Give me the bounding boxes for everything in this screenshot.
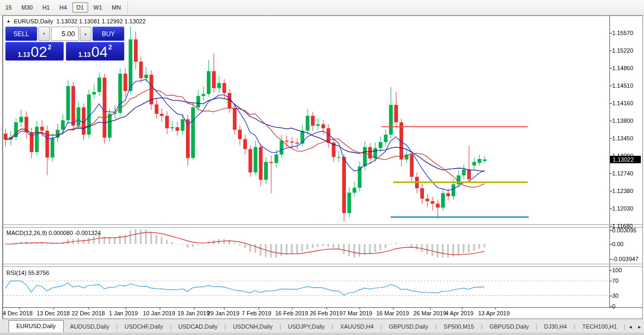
time-axis-label: 26 Mar 2019 <box>413 310 446 316</box>
trade-panel-toggle-icon[interactable]: ▲ <box>6 19 11 24</box>
tab-gbpusd-daily[interactable]: GBPUSD,Daily <box>483 321 535 332</box>
chart-symbol-label: EURUSD,Daily <box>14 18 53 24</box>
chart-ohlc-values: 1.13032 1.13081 1.12992 1.13022 <box>56 18 146 24</box>
price-axis-label: 1.14510 <box>612 82 643 89</box>
rsi-axis-label: 70 <box>612 278 643 284</box>
price-axis-label: 1.14860 <box>612 65 643 71</box>
rsi-indicator-label: RSI(14) 55.8756 <box>6 270 49 276</box>
tab-usdcad-daily[interactable]: USDCAD,Daily <box>172 321 224 332</box>
time-axis-label: 4 Apr 2019 <box>445 310 473 316</box>
sell-price-pip-digit: 2 <box>48 40 52 54</box>
tab-tech100-h1[interactable]: TECH100,H1 <box>576 321 623 332</box>
status-bar-strip <box>0 332 644 335</box>
time-axis-label: 29 Jan 2019 <box>207 310 240 316</box>
rsi-axis-label: 0 <box>612 303 643 309</box>
tab-eurusd-daily[interactable]: EURUSD,Daily <box>9 320 64 332</box>
rsi-axis-label: 30 <box>612 292 643 299</box>
current-price-tag: 1.13022 <box>610 156 641 163</box>
tab-usdchf-daily[interactable]: USDCHF,Daily <box>118 321 170 332</box>
spinner-up-icon: ▴ <box>84 31 87 36</box>
buy-price-pip-digit: 2 <box>108 40 112 54</box>
time-axis-label: 4 Dec 2018 <box>3 310 32 316</box>
time-axis-label: 13 Dec 2018 <box>37 310 70 316</box>
volume-increase-button[interactable]: ▴ <box>80 27 91 41</box>
time-axis-label: 7 Mar 2019 <box>343 310 372 316</box>
macd-axis-label: -0.003947 <box>612 256 643 262</box>
tab-scroll-left-icon[interactable]: ◂ <box>626 324 635 332</box>
tab-gbpusd-daily[interactable]: GBPUSD,Daily <box>383 321 435 332</box>
price-axis-label: 1.15570 <box>612 30 643 36</box>
volume-input[interactable]: 5.00 <box>51 27 79 41</box>
time-axis-label: 19 Jan 2019 <box>177 310 210 316</box>
price-axis-label: 1.13450 <box>612 135 643 141</box>
time-axis-label: 10 Jan 2019 <box>143 310 175 316</box>
tab-usdcnh-daily[interactable]: USDCNH,Daily <box>226 321 279 332</box>
macd-axis-label: 0.00 <box>612 241 643 247</box>
spinner-down-icon: ▾ <box>43 31 45 36</box>
sell-price-big-digits: 02 <box>31 45 47 59</box>
time-axis-label: 22 Dec 2018 <box>72 310 105 316</box>
buy-price-prefix: 1.13 <box>78 51 90 59</box>
symbol-tab-bar: EURUSD,DailyAUDUSD,Daily|USDCHF,Daily|US… <box>0 319 644 332</box>
macd-axis-label: 0.003095 <box>612 227 643 233</box>
price-axis-label: 1.12380 <box>612 188 643 194</box>
macd-indicator-label: MACD(12,26,9) 0.000080 -0.001324 <box>6 230 101 236</box>
buy-price-big-digits: 04 <box>91 45 108 59</box>
price-axis-label: 1.12030 <box>612 205 643 212</box>
tab-scroll-right-icon[interactable]: ▸ <box>635 324 644 332</box>
tab-usdjpy-daily[interactable]: USDJPY,Daily <box>282 321 332 332</box>
price-axis-label: 1.12740 <box>612 170 643 177</box>
chart-title: ▲ EURUSD,Daily 1.13032 1.13081 1.12992 1… <box>6 18 146 24</box>
tab-audusd-daily[interactable]: AUDUSD,Daily <box>64 321 116 332</box>
rsi-axis-label: 100 <box>612 267 643 273</box>
time-axis-label: 7 Feb 2019 <box>242 310 272 316</box>
time-axis-label: 13 Apr 2019 <box>478 310 510 316</box>
buy-button[interactable]: BUY <box>92 27 124 41</box>
price-axis-label: 1.13800 <box>612 118 643 124</box>
sell-price-display[interactable]: 1.13 02 2 <box>5 42 64 61</box>
time-axis-label: 1 Jan 2019 <box>109 310 138 316</box>
price-axis-label: 1.15220 <box>612 47 643 54</box>
tab-sp500-m15[interactable]: SP500,M15 <box>437 321 480 332</box>
tab-xauusd-h4[interactable]: XAUUSD,H4 <box>334 321 380 332</box>
symbol-tabs: EURUSD,DailyAUDUSD,Daily|USDCHF,Daily|US… <box>9 320 623 332</box>
price-axis-label: 1.14160 <box>612 100 643 106</box>
sell-button[interactable]: SELL <box>5 27 37 41</box>
time-axis-label: 26 Feb 2019 <box>310 310 343 316</box>
sell-price-prefix: 1.13 <box>18 51 30 59</box>
tab-dj30-h4[interactable]: DJ30,H4 <box>538 321 573 332</box>
one-click-trading-panel: SELL ▾ 5.00 ▴ BUY 1.13 02 2 1.13 04 2 <box>5 27 124 61</box>
buy-price-display[interactable]: 1.13 04 2 <box>66 42 124 61</box>
trading-terminal: 15M30H1H4D1W1MN ▲ EURUSD,Daily 1.13032 1… <box>0 0 644 335</box>
time-axis-label: 16 Mar 2019 <box>376 310 409 316</box>
volume-decrease-button[interactable]: ▾ <box>38 27 50 41</box>
time-axis-label: 16 Feb 2019 <box>275 310 308 316</box>
